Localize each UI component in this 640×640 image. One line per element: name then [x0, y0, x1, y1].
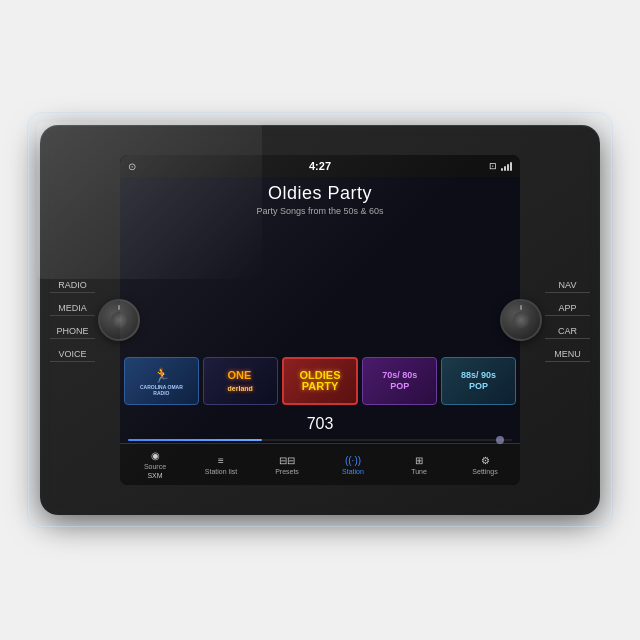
settings-icon: ⚙: [481, 455, 490, 466]
source-icon: ◉: [151, 450, 160, 461]
screen: ⊙ 4:27 ⊡: [120, 155, 520, 485]
left-buttons: RADIO MEDIA PHONE VOICE: [50, 278, 95, 362]
channel-70s-80s[interactable]: 70s/ 80sPOP: [362, 357, 437, 405]
70s-80s-logo: 70s/ 80sPOP: [382, 370, 417, 392]
status-left: ⊙: [128, 161, 136, 172]
phone-button[interactable]: PHONE: [50, 324, 95, 339]
voice-button[interactable]: VOICE: [50, 347, 95, 362]
signal-bars: [501, 161, 512, 171]
stereo-unit: RADIO MEDIA PHONE VOICE NAV APP CAR MENU…: [40, 125, 600, 515]
source-label: Source: [144, 463, 166, 470]
oldies-logo: OLDIESPARTY: [300, 370, 341, 392]
tune-label: Tune: [411, 468, 427, 475]
media-button[interactable]: MEDIA: [50, 301, 95, 316]
menu-item-source[interactable]: ◉ Source SXM: [122, 448, 188, 481]
onederland-logo: ONEderland: [228, 369, 253, 393]
88s-90s-logo: 88s/ 90sPOP: [461, 370, 496, 392]
channel-number: 703: [307, 415, 334, 433]
right-buttons: NAV APP CAR MENU: [545, 278, 590, 362]
radio-button[interactable]: RADIO: [50, 278, 95, 293]
station-desc-text: Party Songs from the 50s & 60s: [132, 206, 508, 216]
volume-knob[interactable]: [98, 299, 140, 341]
menu-item-settings[interactable]: ⚙ Settings: [452, 448, 518, 481]
car-button[interactable]: CAR: [545, 324, 590, 339]
menu-button[interactable]: MENU: [545, 347, 590, 362]
station-list-icon: ≡: [218, 455, 224, 466]
progress-bar[interactable]: [128, 439, 512, 441]
app-button[interactable]: APP: [545, 301, 590, 316]
station-name-text: Oldies Party: [132, 183, 508, 204]
content-area: Oldies Party Party Songs from the 50s & …: [120, 177, 520, 351]
menu-item-presets[interactable]: ⊟⊟ Presets: [254, 448, 320, 481]
menu-item-tune[interactable]: ⊞ Tune: [386, 448, 452, 481]
tune-icon: ⊞: [415, 455, 423, 466]
station-label: Station: [342, 468, 364, 475]
channel-88s-90s[interactable]: 88s/ 90sPOP: [441, 357, 516, 405]
status-bar: ⊙ 4:27 ⊡: [120, 155, 520, 177]
menu-item-station-list[interactable]: ≡ Station list: [188, 448, 254, 481]
screen-main: Oldies Party Party Songs from the 50s & …: [120, 177, 520, 443]
channel-onederland[interactable]: ONEderland: [203, 357, 278, 405]
carolina-text: CAROLINA OMARRADIO: [140, 384, 183, 396]
status-right: ⊡: [489, 161, 512, 171]
tuner-knob[interactable]: [500, 299, 542, 341]
back-icon[interactable]: ⊙: [128, 161, 136, 172]
channel-carolina[interactable]: 🏃 CAROLINA OMARRADIO: [124, 357, 199, 405]
channel-number-area: 703: [120, 411, 520, 437]
settings-label: Settings: [472, 468, 497, 475]
presets-label: Presets: [275, 468, 299, 475]
station-icon: ((·)): [345, 455, 361, 466]
source-value: SXM: [147, 472, 162, 479]
nav-button[interactable]: NAV: [545, 278, 590, 293]
channel-oldies[interactable]: OLDIESPARTY: [282, 357, 359, 405]
status-time: 4:27: [309, 160, 331, 172]
carolina-figure-icon: 🏃: [153, 367, 170, 383]
battery-icon: ⊡: [489, 161, 497, 171]
presets-icon: ⊟⊟: [279, 455, 295, 466]
menu-item-station[interactable]: ((·)) Station: [320, 448, 386, 481]
station-list-label: Station list: [205, 468, 237, 475]
progress-dot: [496, 436, 504, 444]
channels-row: 🏃 CAROLINA OMARRADIO ONEderland OLDIESPA…: [120, 351, 520, 411]
progress-fill: [128, 439, 262, 441]
outer-container: RADIO MEDIA PHONE VOICE NAV APP CAR MENU…: [30, 110, 610, 530]
bottom-menu: ◉ Source SXM ≡ Station list ⊟⊟ Presets (…: [120, 443, 520, 485]
